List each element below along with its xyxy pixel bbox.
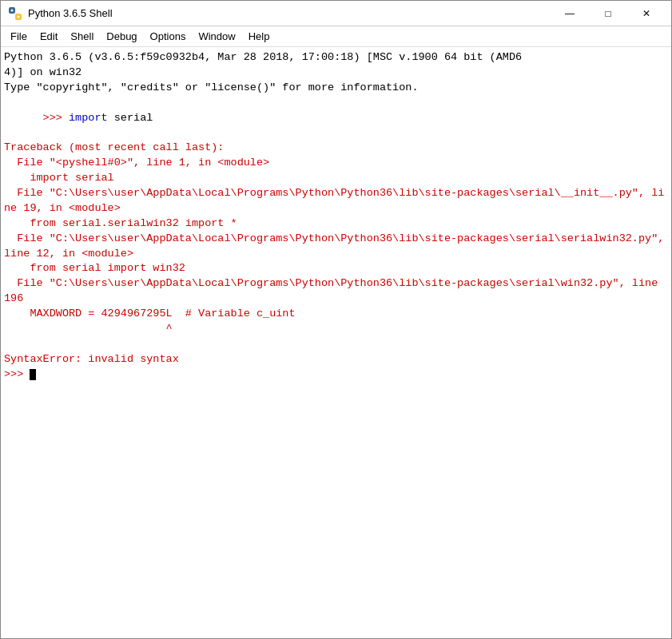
app-icon bbox=[7, 6, 23, 22]
svg-point-3 bbox=[18, 15, 20, 18]
traceback-line-5: from serial import win32 bbox=[4, 261, 668, 276]
menu-shell[interactable]: Shell bbox=[64, 29, 100, 44]
menu-edit[interactable]: Edit bbox=[34, 29, 64, 44]
menu-options[interactable]: Options bbox=[144, 29, 193, 44]
import-arg: serial bbox=[108, 112, 153, 124]
svg-point-2 bbox=[11, 9, 14, 11]
minimize-button[interactable]: — bbox=[551, 2, 588, 25]
welcome-line-2: 4)] on win32 bbox=[4, 65, 668, 81]
menu-window[interactable]: Window bbox=[192, 29, 241, 44]
active-prompt: >>> bbox=[4, 367, 668, 383]
menu-help[interactable]: Help bbox=[242, 29, 276, 44]
window-controls: — □ ✕ bbox=[551, 2, 665, 25]
traceback-line-4: File "C:\Users\user\AppData\Local\Progra… bbox=[4, 232, 668, 262]
welcome-line-1: Python 3.6.5 (v3.6.5:f59c0932b4, Mar 28 … bbox=[4, 50, 668, 65]
traceback-caret: ^ bbox=[4, 322, 668, 337]
traceback-line-0: File "<pyshell#0>", line 1, in <module> bbox=[4, 156, 668, 171]
window-title: Python 3.6.5 Shell bbox=[28, 7, 551, 19]
menu-bar: File Edit Shell Debug Options Window Hel… bbox=[1, 26, 671, 47]
traceback-header: Traceback (most recent call last): bbox=[4, 141, 668, 156]
close-button[interactable]: ✕ bbox=[628, 2, 665, 25]
welcome-line-3: Type "copyright", "credits" or "license(… bbox=[4, 81, 668, 96]
menu-debug[interactable]: Debug bbox=[100, 29, 143, 44]
main-window: Python 3.6.5 Shell — □ ✕ File Edit Shell… bbox=[0, 0, 672, 639]
prompt-symbol-1: >>> bbox=[43, 112, 69, 124]
traceback-line-1: import serial bbox=[4, 171, 668, 186]
blank-line bbox=[4, 337, 668, 352]
traceback-line-6: File "C:\Users\user\AppData\Local\Progra… bbox=[4, 276, 668, 307]
maximize-button[interactable]: □ bbox=[590, 2, 626, 25]
syntax-error-line: SyntaxError: invalid syntax bbox=[4, 352, 668, 367]
prompt-symbol-2: >>> bbox=[4, 367, 30, 383]
traceback-line-2: File "C:\Users\user\AppData\Local\Progra… bbox=[4, 186, 668, 216]
traceback-line-7: MAXDWORD = 4294967295L # Variable c_uint bbox=[4, 307, 668, 322]
shell-output[interactable]: Python 3.6.5 (v3.6.5:f59c0932b4, Mar 28 … bbox=[1, 47, 671, 638]
traceback-line-3: from serial.serialwin32 import * bbox=[4, 216, 668, 232]
title-bar: Python 3.6.5 Shell — □ ✕ bbox=[1, 1, 671, 26]
menu-file[interactable]: File bbox=[4, 29, 34, 44]
first-prompt-line: >>> import serial bbox=[4, 96, 668, 141]
import-keyword: import bbox=[69, 112, 108, 124]
text-cursor bbox=[30, 369, 36, 380]
